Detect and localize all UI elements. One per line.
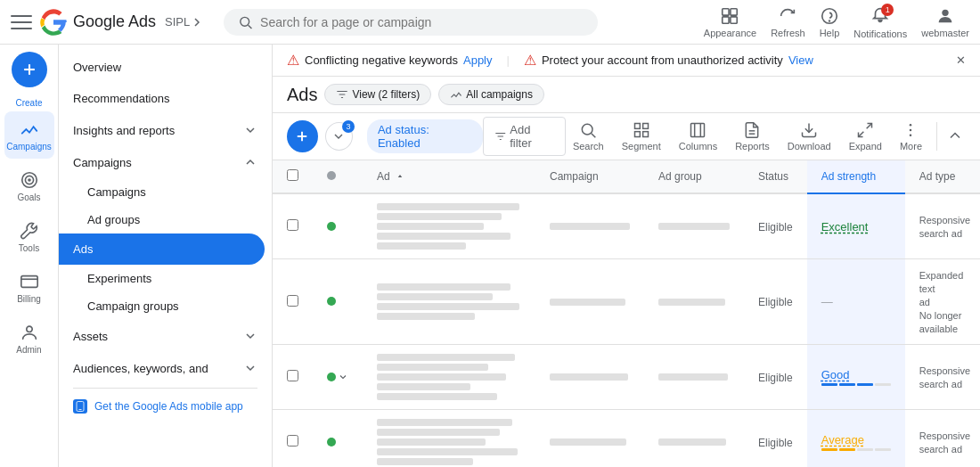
expand-toolbar-btn[interactable]: Expand <box>842 118 889 155</box>
nav-sub-ads[interactable]: Ads <box>59 234 265 265</box>
row4-checkbox-cell[interactable] <box>273 410 313 468</box>
nav-item-recommendations[interactable]: Recommendations <box>59 83 272 114</box>
more-toolbar-btn[interactable]: More <box>893 118 929 155</box>
row3-checkbox-cell[interactable] <box>273 345 313 410</box>
th-ad[interactable]: Ad <box>363 160 535 193</box>
refresh-button[interactable]: Refresh <box>771 6 805 38</box>
row4-status-badge: Eligible <box>758 437 793 449</box>
nav-item-overview[interactable]: Overview <box>59 52 272 83</box>
row4-status-dot <box>327 438 336 447</box>
svg-point-21 <box>583 124 593 135</box>
row4-ad-cell <box>363 410 535 468</box>
svg-point-36 <box>910 129 912 132</box>
toolbar-separator <box>936 122 937 151</box>
table-row: Eligible Excellent Responsivesearch ad <box>273 193 980 259</box>
webmaster-button[interactable]: webmaster <box>921 6 969 38</box>
nav-section-assets[interactable]: Assets <box>59 320 272 352</box>
campaigns-filter-icon <box>450 88 462 101</box>
row2-checkbox[interactable] <box>287 295 298 307</box>
row2-checkbox-cell[interactable] <box>273 259 313 345</box>
row3-adgroup-cell <box>644 345 744 410</box>
nav-sub-campaign-groups[interactable]: Campaign groups <box>59 292 272 320</box>
row4-ad-type-cell: Responsivesearch ad <box>905 410 980 468</box>
plus-icon <box>294 128 310 144</box>
th-ad-strength[interactable]: Ad strength <box>807 160 905 193</box>
nav-sub-adgroups[interactable]: Ad groups <box>59 206 272 234</box>
hamburger-menu[interactable] <box>11 12 32 33</box>
view-filter-chip[interactable]: View (2 filters) <box>324 84 431 105</box>
search-toolbar-btn[interactable]: Search <box>566 118 611 155</box>
notifications-button[interactable]: 1 Notifications <box>853 5 907 39</box>
sidebar-item-admin[interactable]: Admin <box>4 315 54 362</box>
sort-icon <box>395 172 405 183</box>
row3-ad-strength[interactable]: Good <box>821 368 850 381</box>
row1-checkbox[interactable] <box>287 219 298 231</box>
row3-ad-cell <box>363 345 535 410</box>
add-filter-button[interactable]: Add filter <box>483 117 566 156</box>
search-bar[interactable] <box>224 9 598 36</box>
th-status-dot <box>313 160 363 193</box>
svg-rect-4 <box>723 16 729 22</box>
row4-checkbox[interactable] <box>287 435 298 447</box>
search-input[interactable] <box>260 15 584 29</box>
row2-status-badge: Eligible <box>758 296 793 308</box>
row4-ad-strength[interactable]: Average <box>821 433 864 447</box>
svg-rect-23 <box>634 124 640 129</box>
alert-apply-link[interactable]: Apply <box>463 53 493 67</box>
nav-sub-campaigns[interactable]: Campaigns <box>59 178 272 206</box>
strength-bar-4 <box>875 383 891 386</box>
google-logo <box>39 8 68 37</box>
row4-line4 <box>377 448 518 455</box>
appearance-button[interactable]: Appearance <box>704 6 756 38</box>
select-all-checkbox[interactable] <box>287 169 298 181</box>
create-button[interactable] <box>12 52 47 87</box>
sidebar-item-goals[interactable]: Goals <box>4 162 54 209</box>
download-toolbar-btn[interactable]: Download <box>780 118 838 155</box>
avg-bar-4 <box>875 448 891 451</box>
left-navigation: Overview Recommendations Insights and re… <box>59 45 273 467</box>
nav-sub-experiments[interactable]: Experiments <box>59 265 272 292</box>
row4-line1 <box>377 419 512 426</box>
nav-section-audiences[interactable]: Audiences, keywords, and <box>59 352 272 384</box>
row3-line4 <box>377 383 470 390</box>
nav-section-campaigns[interactable]: Campaigns <box>59 146 272 178</box>
row2-line4 <box>377 313 475 320</box>
row4-line2 <box>377 429 500 436</box>
row1-ad-strength[interactable]: Excellent <box>821 220 869 234</box>
campaigns-filter-chip[interactable]: All campaigns <box>438 84 544 105</box>
campaigns-icon <box>19 119 40 140</box>
toolbar-right-actions: Search Segment Columns Reports Download <box>566 118 966 155</box>
add-ad-button[interactable] <box>287 120 318 152</box>
reports-toolbar-btn[interactable]: Reports <box>728 118 777 155</box>
row2-ad-cell <box>363 259 535 345</box>
row4-campaign-cell <box>535 410 644 468</box>
sidebar-item-tools[interactable]: Tools <box>4 213 54 260</box>
th-campaign: Campaign <box>535 160 644 193</box>
table-row: Eligible Good <box>273 345 980 410</box>
account-label[interactable]: SIPL <box>165 15 202 29</box>
chevron-right-icon <box>192 17 202 28</box>
row3-dropdown-icon[interactable] <box>338 372 348 382</box>
mobile-icon <box>73 399 87 414</box>
row3-checkbox[interactable] <box>287 370 298 381</box>
more-options-button[interactable]: 3 <box>325 122 353 151</box>
help-button[interactable]: Help <box>820 6 840 38</box>
sidebar-item-campaigns[interactable]: Campaigns <box>4 111 54 159</box>
status-filter-chip[interactable]: Ad status: Enabled <box>367 119 483 153</box>
svg-line-34 <box>859 132 864 137</box>
row3-ad-type-cell: Responsivesearch ad <box>905 345 980 410</box>
mobile-app-link[interactable]: Get the Google Ads mobile app <box>59 392 272 421</box>
collapse-button[interactable] <box>944 125 966 149</box>
nav-section-insights[interactable]: Insights and reports <box>59 114 272 146</box>
segment-toolbar-btn[interactable]: Segment <box>615 118 668 155</box>
avg-bar-3 <box>857 448 873 451</box>
columns-toolbar-btn[interactable]: Columns <box>672 118 724 155</box>
sidebar-item-billing[interactable]: Billing <box>4 264 54 311</box>
alert-close-button[interactable]: ✕ <box>956 53 966 67</box>
row1-checkbox-cell[interactable] <box>273 193 313 259</box>
row3-status-dot <box>327 373 336 381</box>
th-checkbox[interactable] <box>273 160 313 193</box>
row2-status-dot <box>327 297 336 306</box>
admin-sidebar-label: Admin <box>16 345 41 355</box>
alert-view-link[interactable]: View <box>788 53 813 67</box>
